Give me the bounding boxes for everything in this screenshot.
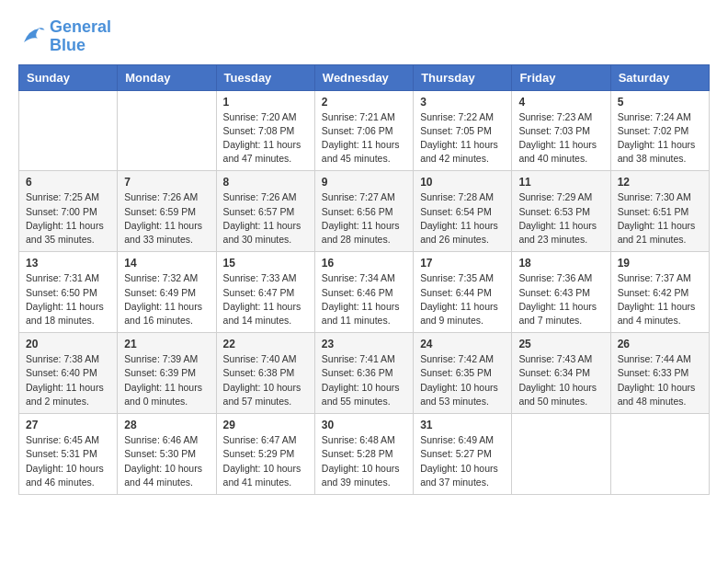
day-info: Sunrise: 7:27 AM Sunset: 6:56 PM Dayligh… xyxy=(322,190,406,247)
calendar-cell: 19Sunrise: 7:37 AM Sunset: 6:42 PM Dayli… xyxy=(610,252,709,333)
calendar-cell: 9Sunrise: 7:27 AM Sunset: 6:56 PM Daylig… xyxy=(314,171,413,252)
day-number: 9 xyxy=(322,176,406,189)
calendar-cell: 31Sunrise: 6:49 AM Sunset: 5:27 PM Dayli… xyxy=(414,414,512,495)
day-number: 27 xyxy=(26,419,110,431)
day-info: Sunrise: 7:37 AM Sunset: 6:42 PM Dayligh… xyxy=(618,271,702,327)
day-number: 8 xyxy=(223,176,308,189)
day-number: 26 xyxy=(618,338,702,350)
day-number: 6 xyxy=(26,176,110,189)
calendar-week-row: 20Sunrise: 7:38 AM Sunset: 6:40 PM Dayli… xyxy=(19,333,710,414)
day-number: 25 xyxy=(518,338,603,350)
weekday-header: Wednesday xyxy=(314,64,413,90)
calendar-cell: 1Sunrise: 7:20 AM Sunset: 7:08 PM Daylig… xyxy=(216,90,314,171)
calendar-week-row: 13Sunrise: 7:31 AM Sunset: 6:50 PM Dayli… xyxy=(19,252,710,333)
day-info: Sunrise: 7:20 AM Sunset: 7:08 PM Dayligh… xyxy=(223,110,308,167)
calendar-cell xyxy=(118,90,216,171)
day-number: 11 xyxy=(518,176,603,189)
day-number: 24 xyxy=(420,338,505,350)
calendar-cell: 27Sunrise: 6:45 AM Sunset: 5:31 PM Dayli… xyxy=(19,414,118,495)
day-info: Sunrise: 7:30 AM Sunset: 6:51 PM Dayligh… xyxy=(618,190,702,247)
calendar-cell: 11Sunrise: 7:29 AM Sunset: 6:53 PM Dayli… xyxy=(512,171,610,252)
calendar-cell: 12Sunrise: 7:30 AM Sunset: 6:51 PM Dayli… xyxy=(610,171,709,252)
calendar-cell: 5Sunrise: 7:24 AM Sunset: 7:02 PM Daylig… xyxy=(610,90,709,171)
calendar-cell: 7Sunrise: 7:26 AM Sunset: 6:59 PM Daylig… xyxy=(118,171,216,252)
day-info: Sunrise: 7:34 AM Sunset: 6:46 PM Dayligh… xyxy=(322,271,406,327)
day-info: Sunrise: 7:41 AM Sunset: 6:36 PM Dayligh… xyxy=(322,352,406,408)
day-number: 18 xyxy=(518,257,603,270)
calendar-cell xyxy=(19,90,118,171)
calendar-cell: 23Sunrise: 7:41 AM Sunset: 6:36 PM Dayli… xyxy=(314,333,413,414)
calendar-week-row: 27Sunrise: 6:45 AM Sunset: 5:31 PM Dayli… xyxy=(19,414,710,495)
day-number: 29 xyxy=(223,419,308,431)
day-number: 12 xyxy=(618,176,702,189)
calendar-cell: 2Sunrise: 7:21 AM Sunset: 7:06 PM Daylig… xyxy=(314,90,413,171)
day-info: Sunrise: 6:49 AM Sunset: 5:27 PM Dayligh… xyxy=(420,433,505,489)
day-number: 2 xyxy=(322,96,406,109)
day-number: 20 xyxy=(26,338,110,350)
calendar-cell xyxy=(512,414,610,495)
day-info: Sunrise: 7:31 AM Sunset: 6:50 PM Dayligh… xyxy=(26,271,110,327)
calendar-cell: 29Sunrise: 6:47 AM Sunset: 5:29 PM Dayli… xyxy=(216,414,314,495)
calendar-cell: 25Sunrise: 7:43 AM Sunset: 6:34 PM Dayli… xyxy=(512,333,610,414)
day-info: Sunrise: 7:22 AM Sunset: 7:05 PM Dayligh… xyxy=(420,110,505,167)
day-number: 19 xyxy=(618,257,702,270)
logo-text: General Blue xyxy=(50,18,111,55)
day-number: 23 xyxy=(322,338,406,350)
calendar-cell: 21Sunrise: 7:39 AM Sunset: 6:39 PM Dayli… xyxy=(118,333,216,414)
weekday-header: Friday xyxy=(512,64,610,90)
calendar-cell: 26Sunrise: 7:44 AM Sunset: 6:33 PM Dayli… xyxy=(610,333,709,414)
day-number: 30 xyxy=(322,419,406,431)
day-info: Sunrise: 7:32 AM Sunset: 6:49 PM Dayligh… xyxy=(124,271,209,327)
day-number: 1 xyxy=(223,96,308,109)
calendar-cell: 6Sunrise: 7:25 AM Sunset: 7:00 PM Daylig… xyxy=(19,171,118,252)
calendar-cell: 18Sunrise: 7:36 AM Sunset: 6:43 PM Dayli… xyxy=(512,252,610,333)
day-info: Sunrise: 7:40 AM Sunset: 6:38 PM Dayligh… xyxy=(223,352,308,408)
calendar-cell: 17Sunrise: 7:35 AM Sunset: 6:44 PM Dayli… xyxy=(414,252,512,333)
calendar-cell: 13Sunrise: 7:31 AM Sunset: 6:50 PM Dayli… xyxy=(19,252,118,333)
day-number: 7 xyxy=(124,176,209,189)
day-number: 28 xyxy=(124,419,209,431)
calendar-header-row: SundayMondayTuesdayWednesdayThursdayFrid… xyxy=(19,64,710,90)
day-number: 5 xyxy=(618,96,702,109)
day-number: 10 xyxy=(420,176,505,189)
calendar-cell: 20Sunrise: 7:38 AM Sunset: 6:40 PM Dayli… xyxy=(19,333,118,414)
weekday-header: Sunday xyxy=(19,64,118,90)
calendar-cell xyxy=(610,414,709,495)
day-info: Sunrise: 7:35 AM Sunset: 6:44 PM Dayligh… xyxy=(420,271,505,327)
weekday-header: Thursday xyxy=(414,64,512,90)
logo: General Blue xyxy=(18,18,111,55)
calendar-cell: 24Sunrise: 7:42 AM Sunset: 6:35 PM Dayli… xyxy=(414,333,512,414)
day-info: Sunrise: 7:44 AM Sunset: 6:33 PM Dayligh… xyxy=(618,352,702,408)
weekday-header: Tuesday xyxy=(216,64,314,90)
day-number: 21 xyxy=(124,338,209,350)
logo-icon xyxy=(18,23,46,51)
day-info: Sunrise: 7:39 AM Sunset: 6:39 PM Dayligh… xyxy=(124,352,209,408)
weekday-header: Monday xyxy=(118,64,216,90)
calendar-cell: 14Sunrise: 7:32 AM Sunset: 6:49 PM Dayli… xyxy=(118,252,216,333)
calendar-cell: 28Sunrise: 6:46 AM Sunset: 5:30 PM Dayli… xyxy=(118,414,216,495)
calendar-week-row: 1Sunrise: 7:20 AM Sunset: 7:08 PM Daylig… xyxy=(19,90,710,171)
day-info: Sunrise: 7:29 AM Sunset: 6:53 PM Dayligh… xyxy=(518,190,603,247)
day-info: Sunrise: 7:24 AM Sunset: 7:02 PM Dayligh… xyxy=(618,110,702,167)
day-info: Sunrise: 7:28 AM Sunset: 6:54 PM Dayligh… xyxy=(420,190,505,247)
calendar-cell: 16Sunrise: 7:34 AM Sunset: 6:46 PM Dayli… xyxy=(314,252,413,333)
day-info: Sunrise: 7:21 AM Sunset: 7:06 PM Dayligh… xyxy=(322,110,406,167)
day-info: Sunrise: 7:23 AM Sunset: 7:03 PM Dayligh… xyxy=(518,110,603,167)
day-info: Sunrise: 7:36 AM Sunset: 6:43 PM Dayligh… xyxy=(518,271,603,327)
calendar-cell: 15Sunrise: 7:33 AM Sunset: 6:47 PM Dayli… xyxy=(216,252,314,333)
day-number: 3 xyxy=(420,96,505,109)
day-info: Sunrise: 7:25 AM Sunset: 7:00 PM Dayligh… xyxy=(26,190,110,247)
day-number: 4 xyxy=(518,96,603,109)
calendar-cell: 3Sunrise: 7:22 AM Sunset: 7:05 PM Daylig… xyxy=(414,90,512,171)
day-info: Sunrise: 6:46 AM Sunset: 5:30 PM Dayligh… xyxy=(124,433,209,489)
calendar-cell: 22Sunrise: 7:40 AM Sunset: 6:38 PM Dayli… xyxy=(216,333,314,414)
day-number: 17 xyxy=(420,257,505,270)
calendar-cell: 10Sunrise: 7:28 AM Sunset: 6:54 PM Dayli… xyxy=(414,171,512,252)
calendar-cell: 8Sunrise: 7:26 AM Sunset: 6:57 PM Daylig… xyxy=(216,171,314,252)
day-number: 22 xyxy=(223,338,308,350)
calendar-cell: 30Sunrise: 6:48 AM Sunset: 5:28 PM Dayli… xyxy=(314,414,413,495)
day-info: Sunrise: 7:33 AM Sunset: 6:47 PM Dayligh… xyxy=(223,271,308,327)
day-number: 15 xyxy=(223,257,308,270)
day-number: 16 xyxy=(322,257,406,270)
day-info: Sunrise: 7:26 AM Sunset: 6:59 PM Dayligh… xyxy=(124,190,209,247)
